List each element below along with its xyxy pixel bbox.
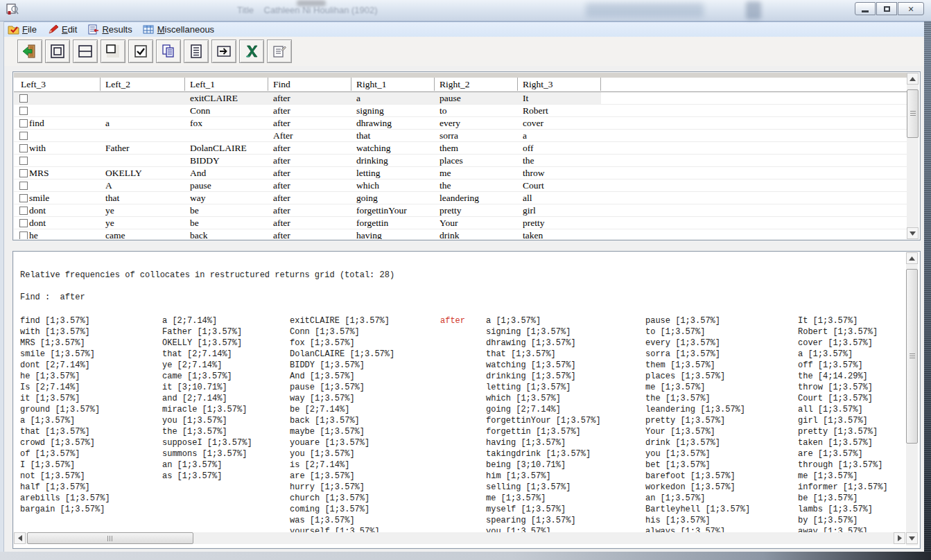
checked-checkbox-icon: [133, 44, 148, 59]
freq-item: an [1;3.57%]: [645, 493, 750, 504]
menu-item-miscellaneous[interactable]: Miscellaneous: [139, 22, 220, 37]
text-report-button[interactable]: [184, 40, 209, 63]
scrollbar-thumb[interactable]: [27, 532, 193, 544]
scroll-up-arrow[interactable]: [907, 73, 919, 85]
row-checkbox[interactable]: [19, 194, 28, 202]
scroll-down-arrow[interactable]: [906, 532, 918, 544]
freq-item: taken [1;3.57%]: [798, 437, 888, 448]
freq-item: letting [1;3.57%]: [486, 382, 601, 393]
row-checkbox[interactable]: [19, 94, 28, 103]
table-row[interactable]: ApauseafterwhichtheCourt: [14, 180, 907, 192]
row-checkbox[interactable]: [19, 182, 28, 190]
table-cell: [190, 130, 266, 141]
row-checkbox[interactable]: [19, 207, 28, 215]
freq-item: lambs [1;3.57%]: [798, 504, 888, 515]
freq-item: all [1;3.57%]: [798, 404, 888, 415]
table-cell: taken: [523, 229, 598, 239]
column-header-right_2[interactable]: Right_2: [435, 78, 518, 91]
row-checkbox[interactable]: [19, 107, 28, 115]
row-checkbox[interactable]: [19, 231, 28, 239]
table-row[interactable]: exitCLAIREafterapauseIt: [14, 92, 907, 105]
scrollbar-thumb[interactable]: [907, 89, 919, 138]
close-button[interactable]: ×: [898, 2, 924, 15]
scroll-right-arrow[interactable]: [894, 532, 905, 544]
freq-item: signing [1;3.57%]: [486, 326, 601, 338]
freq-item: throw [1;3.57%]: [798, 382, 888, 393]
menu-item-edit[interactable]: Edit: [43, 22, 83, 37]
table-cell: a: [523, 130, 598, 141]
menu-item-results[interactable]: Results: [83, 22, 138, 37]
results-panel: Relative frequencies of collocates in re…: [12, 251, 921, 549]
column-header-left_2[interactable]: Left_2: [101, 78, 185, 91]
column-header-left_3[interactable]: Left_3: [14, 78, 101, 91]
freq-item: church [1;3.57%]: [290, 493, 394, 504]
row-checkbox[interactable]: [19, 144, 28, 152]
table-row[interactable]: BIDDYafterdrinkingplacesthe: [14, 155, 907, 167]
minimize-button[interactable]: [855, 2, 876, 15]
table-cell: be: [190, 204, 266, 216]
scroll-down-arrow[interactable]: [907, 227, 919, 239]
table-row[interactable]: Afterthatsorraa: [14, 130, 907, 142]
row-checkbox[interactable]: [19, 157, 28, 165]
export-button[interactable]: [211, 40, 236, 63]
column-header-left_1[interactable]: Left_1: [185, 78, 268, 91]
table-row[interactable]: MRSOKELLYAndafterlettingmethrow: [14, 167, 907, 180]
scrollbar-thumb[interactable]: [906, 269, 918, 444]
scroll-up-arrow[interactable]: [906, 252, 918, 264]
freq-item: arebills [1;3.57%]: [20, 493, 110, 504]
table-cell: a: [356, 92, 432, 104]
freq-item: bargain [1;3.57%]: [20, 504, 110, 515]
row-checkbox[interactable]: [19, 119, 28, 128]
freq-item: places [1;3.57%]: [645, 371, 750, 382]
grid-vertical-scrollbar[interactable]: [907, 73, 919, 239]
single-view-button[interactable]: [45, 40, 70, 63]
scroll-left-arrow[interactable]: [14, 532, 26, 544]
table-cell: DolanCLAIRE: [190, 142, 266, 154]
freq-item: informer [1;3.57%]: [798, 482, 888, 493]
table-cell: dont: [29, 217, 98, 229]
properties-button[interactable]: [267, 40, 292, 63]
table-row[interactable]: smilethatwayaftergoingleanderingall: [14, 192, 907, 204]
row-checkbox[interactable]: [19, 169, 28, 177]
column-header-find[interactable]: Find: [268, 78, 351, 91]
freq-item: every [1;3.57%]: [645, 338, 750, 349]
row-checkbox[interactable]: [19, 219, 28, 227]
freq-item: me [1;3.57%]: [798, 471, 888, 482]
thumb-grip: [910, 111, 916, 116]
results-vertical-scrollbar[interactable]: [906, 252, 918, 545]
column-header-right_3[interactable]: Right_3: [518, 78, 601, 91]
freq-item: BIDDY [1;3.57%]: [290, 360, 394, 371]
table-row[interactable]: dontyebeafterforgettinYourpretty: [14, 217, 907, 229]
column-header-right_1[interactable]: Right_1: [351, 78, 435, 91]
freq-item: crowd [1;3.57%]: [20, 437, 110, 448]
freq-item: hurry [1;3.57%]: [290, 482, 394, 493]
exit-button[interactable]: [17, 40, 42, 63]
results-horizontal-scrollbar[interactable]: [14, 532, 905, 544]
results-title: Relative frequencies of collocates in re…: [20, 270, 394, 280]
split-view-button[interactable]: [73, 40, 98, 63]
table-row[interactable]: dontyebeafterforgettinYourprettygirl: [14, 204, 907, 217]
arrow-right-icon: [216, 44, 232, 59]
properties-icon: [272, 44, 287, 59]
excel-export-button[interactable]: [239, 40, 264, 63]
background-blur-artifact: [746, 1, 761, 19]
freq-item: me [1;3.57%]: [486, 493, 601, 504]
freq-item: Your [1;3.57%]: [645, 426, 750, 437]
top-left-pane-button[interactable]: [101, 40, 125, 63]
table-row[interactable]: hecamebackafterhavingdrinktaken: [14, 229, 907, 239]
table-row[interactable]: ConnaftersigningtoRobert: [14, 105, 907, 117]
menu-item-file[interactable]: File: [3, 22, 43, 37]
freq-item: selling [1;3.57%]: [486, 482, 601, 493]
table-row[interactable]: findafoxafterdhrawingeverycover: [14, 117, 907, 130]
freq-item: that [1;3.57%]: [486, 349, 601, 360]
table-row[interactable]: withFatherDolanCLAIREafterwatchingthemof…: [14, 142, 907, 155]
menu-label: Results: [102, 24, 132, 35]
freq-item: a [1;3.57%]: [798, 349, 888, 360]
select-rows-button[interactable]: [128, 40, 153, 63]
freq-item: a [1;3.57%]: [20, 415, 110, 426]
copy-button[interactable]: [156, 40, 181, 63]
row-checkbox[interactable]: [19, 132, 28, 140]
table-cell: pretty: [523, 217, 598, 229]
find-line: Find : after: [20, 292, 85, 302]
maximize-button[interactable]: [876, 2, 897, 15]
